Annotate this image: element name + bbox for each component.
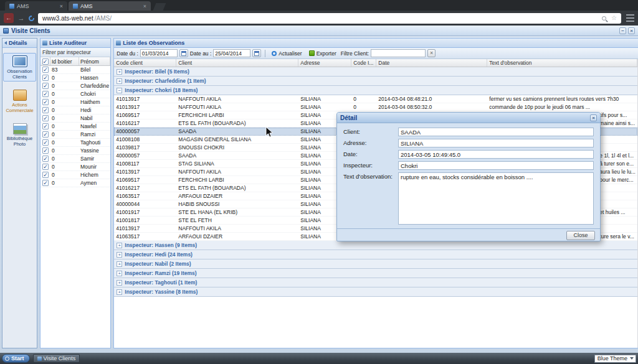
auditor-row[interactable]: ✓0Haithem xyxy=(40,98,110,106)
auditor-row[interactable]: ✓0Nawfel xyxy=(40,123,110,131)
column-header-text-observation[interactable]: Text d'observation xyxy=(487,59,637,67)
filter-client-input[interactable] xyxy=(371,49,426,57)
group-header[interactable]: +Inspecteur: Bilel (5 Items) xyxy=(114,67,637,77)
column-header-adresse[interactable]: Adresse xyxy=(298,59,351,67)
text-observation-field[interactable]: rupture en eau, stocks considérable en b… xyxy=(398,172,594,225)
auditor-checkbox[interactable]: ✓ xyxy=(42,123,49,129)
auditor-row[interactable]: ✓0Hassen xyxy=(40,74,110,82)
new-tab-button[interactable] xyxy=(153,3,166,11)
column-header-date[interactable]: Date xyxy=(376,59,487,67)
start-button[interactable]: Start xyxy=(2,354,30,363)
date-to-input[interactable]: 25/04/2014 xyxy=(213,49,250,57)
auditor-checkbox[interactable]: ✓ xyxy=(42,67,49,73)
auditor-row[interactable]: ✓0Hedi xyxy=(40,106,110,114)
observation-row[interactable]: 41013917NAFFOUTI AKILASILIANA02014-03-04… xyxy=(114,95,637,103)
close-button[interactable]: Close xyxy=(566,231,595,240)
group-header[interactable]: +Inspecteur: Yassine (8 Items) xyxy=(114,287,637,297)
auditor-row[interactable]: ✓0Charfeddine xyxy=(40,82,110,90)
auditor-row[interactable]: ✓0Aymen xyxy=(40,179,110,187)
minimize-icon[interactable]: − xyxy=(619,27,626,34)
group-header[interactable]: +Inspecteur: Charfeddine (1 Item) xyxy=(114,77,637,86)
theme-select[interactable]: Blue Theme xyxy=(594,355,636,363)
group-toggle-icon[interactable]: + xyxy=(117,271,122,276)
auditor-checkbox[interactable]: ✓ xyxy=(42,91,49,97)
column-header-id[interactable]: Id boitier xyxy=(50,57,79,65)
client-field[interactable]: SAADA xyxy=(398,128,594,136)
clear-filter-button[interactable]: × xyxy=(427,49,436,57)
auditor-row[interactable]: ✓0Nabil xyxy=(40,114,110,123)
auditor-checkbox[interactable]: ✓ xyxy=(42,172,49,178)
collapse-arrow-icon[interactable] xyxy=(4,41,7,45)
group-toggle-icon[interactable]: + xyxy=(117,69,122,75)
group-header[interactable]: +Inspecteur: Ramzi (19 Items) xyxy=(114,269,637,278)
date-from-calendar-button[interactable] xyxy=(179,49,188,57)
address-bar[interactable]: www3.ats-web.net/AMS/ ☆ xyxy=(38,13,621,24)
auditor-checkbox[interactable]: ✓ xyxy=(42,75,49,81)
dialog-close-icon[interactable]: × xyxy=(590,114,597,121)
column-header-code-client[interactable]: Code client xyxy=(114,59,176,67)
auditor-row[interactable]: ✓0Chokri xyxy=(40,90,110,98)
search-icon[interactable] xyxy=(602,16,606,21)
column-header-client[interactable]: Client xyxy=(176,59,298,67)
adresse-field[interactable]: SILIANA xyxy=(398,139,594,147)
refresh-button[interactable]: Actualiser xyxy=(269,49,304,58)
browser-menu-icon[interactable] xyxy=(626,14,634,22)
group-toggle-icon[interactable]: + xyxy=(117,289,122,295)
group-toggle-icon[interactable]: + xyxy=(117,252,122,258)
sidebar-item-observation-clients[interactable]: Observation Clients xyxy=(3,53,36,82)
date-to-calendar-button[interactable] xyxy=(252,49,261,57)
select-all-checkbox[interactable]: ✓ xyxy=(42,58,49,65)
inspecteur-field[interactable]: Chokri xyxy=(398,161,594,170)
auditor-id: 0 xyxy=(50,115,79,121)
tab-close-icon[interactable]: × xyxy=(60,3,63,9)
browser-tab-active[interactable]: AMS × xyxy=(69,1,151,11)
auditor-checkbox[interactable]: ✓ xyxy=(42,164,49,170)
bookmark-star-icon[interactable]: ☆ xyxy=(611,15,617,21)
group-toggle-icon[interactable]: + xyxy=(117,280,122,286)
column-header-code-i[interactable]: Code I... xyxy=(351,59,376,67)
bibliotheque-photo-icon xyxy=(13,123,27,134)
group-toggle-icon[interactable]: + xyxy=(117,261,122,267)
auditor-row[interactable]: ✓83Bilel xyxy=(40,66,110,74)
reload-icon[interactable] xyxy=(29,16,34,21)
auditor-checkbox[interactable]: ✓ xyxy=(42,107,49,113)
back-icon[interactable]: ← xyxy=(4,13,14,23)
auditor-row[interactable]: ✓0Taghouti xyxy=(40,139,110,147)
auditor-row[interactable]: ✓0Hichem xyxy=(40,171,110,179)
group-toggle-icon[interactable]: − xyxy=(117,88,122,93)
forward-icon[interactable]: → xyxy=(17,14,25,22)
browser-tab[interactable]: AMS × xyxy=(5,1,67,11)
auditor-row[interactable]: ✓0Yassine xyxy=(40,147,110,155)
auditor-row[interactable]: ✓0Mounir xyxy=(40,163,110,171)
group-header[interactable]: +Inspecteur: Hedi (24 Items) xyxy=(114,250,637,259)
auditor-checkbox[interactable]: ✓ xyxy=(42,131,49,138)
observation-row[interactable]: 41013917NAFFOUTI AKILASILIANA02014-03-04… xyxy=(114,103,637,111)
auditor-checkbox[interactable]: ✓ xyxy=(42,115,49,121)
group-header[interactable]: +Inspecteur: Hassen (9 Items) xyxy=(114,241,637,250)
select-all-cell[interactable]: ✓ xyxy=(40,57,50,65)
auditor-checkbox[interactable]: ✓ xyxy=(42,99,49,105)
auditor-row[interactable]: ✓0Ramzi xyxy=(40,131,110,139)
group-header[interactable]: −Inspecteur: Chokri (18 Items) xyxy=(114,86,637,95)
date-from-input[interactable]: 01/03/2014 xyxy=(140,49,178,57)
auditor-checkbox[interactable]: ✓ xyxy=(42,180,49,186)
tab-close-icon[interactable]: × xyxy=(143,3,146,9)
auditor-checkbox[interactable]: ✓ xyxy=(42,156,49,162)
auditor-row[interactable]: ✓0Samir xyxy=(40,155,110,163)
group-toggle-icon[interactable]: + xyxy=(117,243,122,248)
auditor-checkbox[interactable]: ✓ xyxy=(42,139,49,146)
taskbar-task-visite-clients[interactable]: Visite Clients xyxy=(33,354,80,363)
auditors-grid-header: ✓ Id boitier Prénom xyxy=(40,57,110,66)
auditor-checkbox[interactable]: ✓ xyxy=(42,147,49,154)
group-header[interactable]: +Inspecteur: Nabil (2 Items) xyxy=(114,259,637,269)
date-field[interactable]: 2014-03-05 10:49:45.0 xyxy=(398,150,594,159)
cell-code-client: 41069517 xyxy=(114,112,176,118)
group-toggle-icon[interactable]: + xyxy=(117,78,122,84)
auditor-checkbox[interactable]: ✓ xyxy=(42,83,49,89)
close-icon[interactable]: × xyxy=(628,27,635,34)
sidebar-item-bibliotheque-photo[interactable]: Bibliothèque Photo xyxy=(3,121,36,149)
export-button[interactable]: Exporter xyxy=(307,49,339,58)
sidebar-item-actions-commerciale[interactable]: Actions Commerciale xyxy=(3,87,36,115)
column-header-name[interactable]: Prénom xyxy=(79,57,110,65)
group-header[interactable]: +Inspecteur: Taghouti (1 Item) xyxy=(114,278,637,287)
